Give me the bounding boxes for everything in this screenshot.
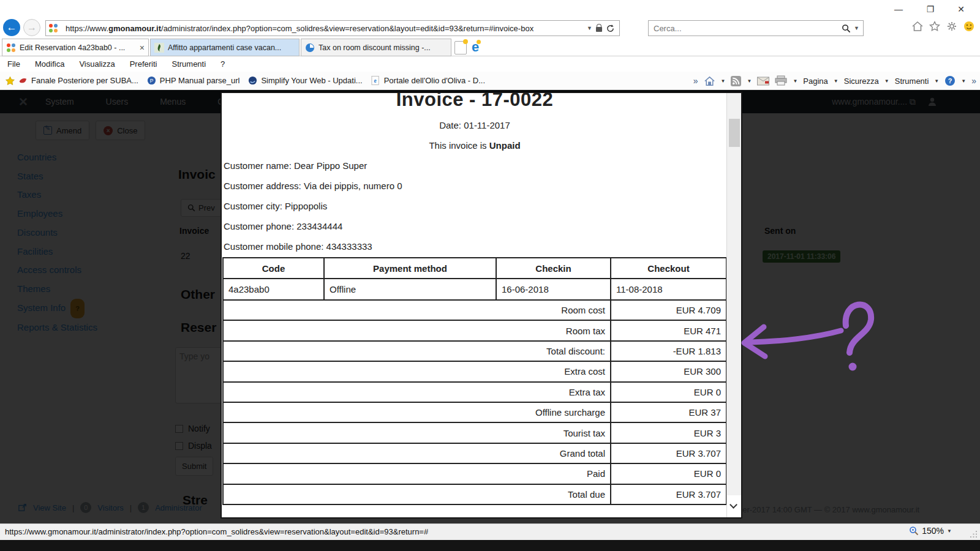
fee-label: Tourist tax — [223, 422, 611, 443]
chevron-more-icon[interactable]: » — [693, 76, 698, 86]
feedback-smiley-icon[interactable] — [963, 20, 975, 32]
lock-icon[interactable] — [596, 27, 602, 32]
customer-name: Customer name: Dear Pippo Super — [224, 156, 402, 176]
fee-value: EUR 4.709 — [611, 300, 726, 320]
header-checkout: Checkout — [611, 258, 726, 279]
fee-value: EUR 3.707 — [611, 484, 726, 504]
invoice-date: Date: 01-11-2017 — [222, 120, 728, 130]
tools-dropdown-icon[interactable]: ▼ — [934, 78, 939, 84]
search-dropdown-icon[interactable]: ▼ — [854, 25, 859, 31]
back-button[interactable]: ← — [3, 19, 20, 36]
scrollbar-down-button[interactable] — [727, 495, 742, 517]
zoom-control[interactable]: 150% ▼ — [909, 526, 952, 536]
favorite-site-icon — [18, 76, 28, 86]
page-menu[interactable]: Pagina — [803, 77, 827, 86]
search-icon[interactable] — [842, 24, 851, 33]
help-dropdown-icon[interactable]: ▼ — [961, 78, 966, 84]
tools-menu[interactable]: Strumenti — [895, 77, 929, 86]
home-dropdown-icon[interactable]: ▼ — [721, 78, 726, 84]
table-header-row: Code Payment method Checkin Checkout — [223, 258, 726, 279]
print-dropdown-icon[interactable]: ▼ — [793, 78, 797, 84]
tab-edit-reservation[interactable]: Edit Reservation 4a23bab0 - ... × — [2, 39, 149, 56]
security-menu[interactable]: Sicurezza — [844, 77, 879, 86]
customer-city: Customer city: Pippopolis — [224, 196, 402, 216]
home-icon[interactable] — [911, 20, 924, 32]
menu-favorites[interactable]: Preferiti — [130, 59, 157, 69]
edge-icon[interactable]: e — [472, 39, 479, 55]
menu-edit[interactable]: Modifica — [35, 59, 64, 69]
favorite-site-icon — [248, 76, 258, 86]
site-favicon — [154, 43, 164, 53]
annotation-overlay — [732, 293, 876, 378]
screen: — ❐ ✕ ← → https://www.gmonamour.it/admin… — [0, 0, 980, 551]
header-code: Code — [223, 258, 324, 279]
fee-label: Offline surcharge — [223, 402, 611, 422]
home-icon[interactable] — [704, 75, 715, 87]
minimize-button[interactable]: — — [884, 1, 913, 17]
tab-affitto[interactable]: Affitto appartamenti case vacan... — [150, 39, 300, 56]
menu-bar: File Modifica Visualizza Preferiti Strum… — [0, 56, 980, 72]
booking-payment-method: Offline — [324, 279, 496, 300]
page-dropdown-icon[interactable]: ▼ — [834, 78, 839, 84]
chevron-more-icon[interactable]: » — [971, 76, 976, 86]
site-favicon — [305, 43, 315, 53]
restore-button[interactable]: ❐ — [916, 1, 944, 17]
favorites-star-icon[interactable] — [929, 20, 941, 32]
favorite-label: Simplify Your Web - Updati... — [261, 76, 362, 85]
zoom-magnifier-icon — [909, 526, 919, 536]
print-icon[interactable] — [775, 75, 787, 86]
svg-text:?: ? — [948, 77, 952, 84]
booking-row: 4a23bab0 Offline 16-06-2018 11-08-2018 — [223, 279, 726, 300]
add-favorite-star-icon[interactable] — [5, 76, 15, 86]
fee-label: Grand total — [223, 443, 611, 463]
svg-text:P: P — [150, 77, 154, 83]
rss-icon[interactable] — [731, 76, 741, 86]
url-dropdown-icon[interactable]: ▼ — [587, 25, 592, 31]
address-bar[interactable]: https://www.gmonamour.it/administrator/i… — [45, 20, 620, 36]
new-tab-button[interactable] — [454, 41, 467, 54]
tab-tax-discount[interactable]: Tax on room discount missing -... — [301, 39, 451, 56]
fee-label: Total discount: — [223, 341, 611, 361]
tab-label: Affitto appartamenti case vacan... — [168, 43, 295, 52]
customer-phone: Customer phone: 233434444 — [224, 216, 402, 236]
favorite-simplify[interactable]: Simplify Your Web - Updati... — [248, 76, 362, 86]
menu-tools[interactable]: Strumenti — [172, 59, 206, 69]
menu-file[interactable]: File — [7, 59, 20, 69]
booking-code: 4a23bab0 — [223, 279, 324, 300]
security-dropdown-icon[interactable]: ▼ — [884, 78, 889, 84]
settings-gear-icon[interactable] — [946, 20, 958, 32]
annotation-question-mark — [846, 305, 871, 353]
fee-row-room-tax: Room taxEUR 471 — [223, 320, 726, 340]
refresh-icon[interactable] — [606, 24, 615, 33]
taskbar-strip — [0, 540, 980, 551]
menu-view[interactable]: Visualizza — [79, 59, 115, 69]
mail-icon[interactable] — [757, 77, 769, 86]
favorite-fanale[interactable]: Fanale Posteriore per SUBA... — [18, 76, 138, 86]
zoom-level: 150% — [922, 526, 944, 536]
help-icon[interactable]: ? — [944, 75, 956, 86]
customer-address: Customer address: Via dei pippis, numero… — [224, 176, 402, 196]
command-bar: » ▼ ▼ ▼ Pagina▼ Sicurezza▼ Strumenti▼ ? … — [693, 72, 976, 90]
favorite-label: Fanale Posteriore per SUBA... — [31, 76, 138, 85]
fee-row-total-due: Total dueEUR 3.707 — [223, 484, 726, 504]
status-url: https://www.gmonamour.it/administrator/i… — [5, 527, 428, 536]
tab-strip: Edit Reservation 4a23bab0 - ... × Affitt… — [0, 38, 980, 56]
close-window-button[interactable]: ✕ — [947, 1, 975, 17]
resize-grip[interactable] — [970, 530, 978, 538]
tab-close-icon[interactable]: × — [140, 43, 145, 53]
customer-info: Customer name: Dear Pippo Super Customer… — [224, 156, 402, 257]
svg-text:e: e — [374, 77, 376, 83]
forward-button[interactable]: → — [23, 19, 40, 36]
url-path: /administrator/index.php?option=com_soli… — [161, 24, 533, 33]
search-box[interactable]: ▼ — [648, 20, 864, 36]
favorite-php-manual[interactable]: P PHP Manual parse_url — [147, 76, 240, 86]
search-input[interactable] — [652, 23, 842, 34]
fee-value: -EUR 1.813 — [611, 341, 726, 361]
favorite-portale-olio[interactable]: e Portale dell'Olio d'Oliva - D... — [371, 76, 485, 86]
zoom-dropdown-icon[interactable]: ▼ — [947, 528, 952, 534]
menu-help[interactable]: ? — [221, 59, 225, 69]
scrollbar-thumb[interactable] — [729, 119, 740, 147]
fee-label: Room tax — [223, 320, 611, 340]
invoice-status-line: This invoice is Unpaid — [222, 140, 728, 151]
rss-dropdown-icon[interactable]: ▼ — [747, 78, 752, 84]
